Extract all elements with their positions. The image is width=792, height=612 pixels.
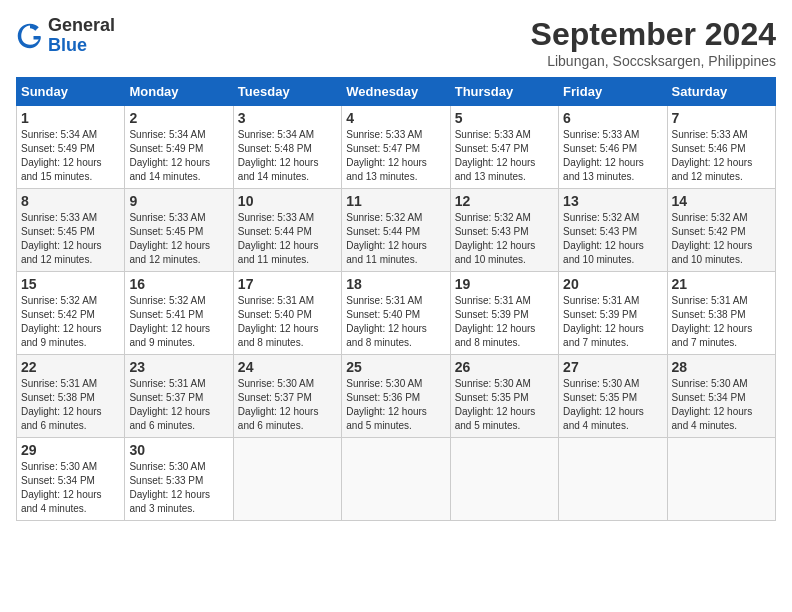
day-number: 21 bbox=[672, 276, 771, 292]
day-number: 25 bbox=[346, 359, 445, 375]
day-number: 5 bbox=[455, 110, 554, 126]
col-saturday: Saturday bbox=[667, 78, 775, 106]
table-row bbox=[233, 438, 341, 521]
day-number: 19 bbox=[455, 276, 554, 292]
day-number: 24 bbox=[238, 359, 337, 375]
day-info: Sunrise: 5:30 AM Sunset: 5:36 PM Dayligh… bbox=[346, 377, 445, 433]
table-row: 15Sunrise: 5:32 AM Sunset: 5:42 PM Dayli… bbox=[17, 272, 125, 355]
day-info: Sunrise: 5:31 AM Sunset: 5:40 PM Dayligh… bbox=[346, 294, 445, 350]
table-row bbox=[559, 438, 667, 521]
table-row: 10Sunrise: 5:33 AM Sunset: 5:44 PM Dayli… bbox=[233, 189, 341, 272]
table-row: 12Sunrise: 5:32 AM Sunset: 5:43 PM Dayli… bbox=[450, 189, 558, 272]
calendar-body: 1Sunrise: 5:34 AM Sunset: 5:49 PM Daylig… bbox=[17, 106, 776, 521]
table-row bbox=[450, 438, 558, 521]
calendar-week-4: 29Sunrise: 5:30 AM Sunset: 5:34 PM Dayli… bbox=[17, 438, 776, 521]
day-info: Sunrise: 5:33 AM Sunset: 5:45 PM Dayligh… bbox=[21, 211, 120, 267]
month-title: September 2024 bbox=[531, 16, 776, 53]
day-number: 29 bbox=[21, 442, 120, 458]
col-wednesday: Wednesday bbox=[342, 78, 450, 106]
logo-blue-text: Blue bbox=[48, 35, 87, 55]
calendar-week-0: 1Sunrise: 5:34 AM Sunset: 5:49 PM Daylig… bbox=[17, 106, 776, 189]
table-row: 22Sunrise: 5:31 AM Sunset: 5:38 PM Dayli… bbox=[17, 355, 125, 438]
day-info: Sunrise: 5:33 AM Sunset: 5:47 PM Dayligh… bbox=[346, 128, 445, 184]
day-number: 13 bbox=[563, 193, 662, 209]
day-info: Sunrise: 5:32 AM Sunset: 5:44 PM Dayligh… bbox=[346, 211, 445, 267]
table-row: 8Sunrise: 5:33 AM Sunset: 5:45 PM Daylig… bbox=[17, 189, 125, 272]
day-number: 17 bbox=[238, 276, 337, 292]
day-number: 9 bbox=[129, 193, 228, 209]
logo-general-text: General bbox=[48, 15, 115, 35]
day-info: Sunrise: 5:30 AM Sunset: 5:37 PM Dayligh… bbox=[238, 377, 337, 433]
table-row: 21Sunrise: 5:31 AM Sunset: 5:38 PM Dayli… bbox=[667, 272, 775, 355]
day-number: 28 bbox=[672, 359, 771, 375]
day-number: 3 bbox=[238, 110, 337, 126]
table-row: 6Sunrise: 5:33 AM Sunset: 5:46 PM Daylig… bbox=[559, 106, 667, 189]
day-number: 18 bbox=[346, 276, 445, 292]
day-info: Sunrise: 5:33 AM Sunset: 5:47 PM Dayligh… bbox=[455, 128, 554, 184]
day-number: 26 bbox=[455, 359, 554, 375]
day-info: Sunrise: 5:31 AM Sunset: 5:38 PM Dayligh… bbox=[21, 377, 120, 433]
day-number: 16 bbox=[129, 276, 228, 292]
day-info: Sunrise: 5:34 AM Sunset: 5:49 PM Dayligh… bbox=[21, 128, 120, 184]
table-row: 25Sunrise: 5:30 AM Sunset: 5:36 PM Dayli… bbox=[342, 355, 450, 438]
day-number: 1 bbox=[21, 110, 120, 126]
day-number: 2 bbox=[129, 110, 228, 126]
day-info: Sunrise: 5:33 AM Sunset: 5:46 PM Dayligh… bbox=[563, 128, 662, 184]
day-number: 27 bbox=[563, 359, 662, 375]
day-number: 14 bbox=[672, 193, 771, 209]
location-text: Libungan, Soccsksargen, Philippines bbox=[531, 53, 776, 69]
col-sunday: Sunday bbox=[17, 78, 125, 106]
day-info: Sunrise: 5:32 AM Sunset: 5:43 PM Dayligh… bbox=[455, 211, 554, 267]
day-info: Sunrise: 5:34 AM Sunset: 5:48 PM Dayligh… bbox=[238, 128, 337, 184]
day-info: Sunrise: 5:32 AM Sunset: 5:42 PM Dayligh… bbox=[672, 211, 771, 267]
table-row: 24Sunrise: 5:30 AM Sunset: 5:37 PM Dayli… bbox=[233, 355, 341, 438]
calendar-week-2: 15Sunrise: 5:32 AM Sunset: 5:42 PM Dayli… bbox=[17, 272, 776, 355]
table-row: 27Sunrise: 5:30 AM Sunset: 5:35 PM Dayli… bbox=[559, 355, 667, 438]
table-row: 23Sunrise: 5:31 AM Sunset: 5:37 PM Dayli… bbox=[125, 355, 233, 438]
day-number: 10 bbox=[238, 193, 337, 209]
day-info: Sunrise: 5:33 AM Sunset: 5:46 PM Dayligh… bbox=[672, 128, 771, 184]
logo: General Blue bbox=[16, 16, 115, 56]
title-block: September 2024 Libungan, Soccsksargen, P… bbox=[531, 16, 776, 69]
day-number: 30 bbox=[129, 442, 228, 458]
table-row: 13Sunrise: 5:32 AM Sunset: 5:43 PM Dayli… bbox=[559, 189, 667, 272]
day-number: 6 bbox=[563, 110, 662, 126]
col-monday: Monday bbox=[125, 78, 233, 106]
table-row: 7Sunrise: 5:33 AM Sunset: 5:46 PM Daylig… bbox=[667, 106, 775, 189]
calendar-table: Sunday Monday Tuesday Wednesday Thursday… bbox=[16, 77, 776, 521]
day-info: Sunrise: 5:31 AM Sunset: 5:38 PM Dayligh… bbox=[672, 294, 771, 350]
table-row: 14Sunrise: 5:32 AM Sunset: 5:42 PM Dayli… bbox=[667, 189, 775, 272]
day-info: Sunrise: 5:31 AM Sunset: 5:39 PM Dayligh… bbox=[455, 294, 554, 350]
table-row: 11Sunrise: 5:32 AM Sunset: 5:44 PM Dayli… bbox=[342, 189, 450, 272]
day-number: 12 bbox=[455, 193, 554, 209]
day-info: Sunrise: 5:33 AM Sunset: 5:45 PM Dayligh… bbox=[129, 211, 228, 267]
day-info: Sunrise: 5:31 AM Sunset: 5:39 PM Dayligh… bbox=[563, 294, 662, 350]
table-row bbox=[342, 438, 450, 521]
table-row: 9Sunrise: 5:33 AM Sunset: 5:45 PM Daylig… bbox=[125, 189, 233, 272]
table-row: 29Sunrise: 5:30 AM Sunset: 5:34 PM Dayli… bbox=[17, 438, 125, 521]
day-info: Sunrise: 5:34 AM Sunset: 5:49 PM Dayligh… bbox=[129, 128, 228, 184]
day-number: 4 bbox=[346, 110, 445, 126]
day-info: Sunrise: 5:32 AM Sunset: 5:42 PM Dayligh… bbox=[21, 294, 120, 350]
table-row: 30Sunrise: 5:30 AM Sunset: 5:33 PM Dayli… bbox=[125, 438, 233, 521]
table-row: 5Sunrise: 5:33 AM Sunset: 5:47 PM Daylig… bbox=[450, 106, 558, 189]
table-row: 2Sunrise: 5:34 AM Sunset: 5:49 PM Daylig… bbox=[125, 106, 233, 189]
day-info: Sunrise: 5:32 AM Sunset: 5:41 PM Dayligh… bbox=[129, 294, 228, 350]
col-thursday: Thursday bbox=[450, 78, 558, 106]
day-info: Sunrise: 5:31 AM Sunset: 5:37 PM Dayligh… bbox=[129, 377, 228, 433]
day-number: 20 bbox=[563, 276, 662, 292]
table-row: 16Sunrise: 5:32 AM Sunset: 5:41 PM Dayli… bbox=[125, 272, 233, 355]
calendar-header: Sunday Monday Tuesday Wednesday Thursday… bbox=[17, 78, 776, 106]
header-row: Sunday Monday Tuesday Wednesday Thursday… bbox=[17, 78, 776, 106]
day-info: Sunrise: 5:32 AM Sunset: 5:43 PM Dayligh… bbox=[563, 211, 662, 267]
day-info: Sunrise: 5:30 AM Sunset: 5:33 PM Dayligh… bbox=[129, 460, 228, 516]
table-row: 3Sunrise: 5:34 AM Sunset: 5:48 PM Daylig… bbox=[233, 106, 341, 189]
day-number: 22 bbox=[21, 359, 120, 375]
table-row: 18Sunrise: 5:31 AM Sunset: 5:40 PM Dayli… bbox=[342, 272, 450, 355]
day-number: 15 bbox=[21, 276, 120, 292]
calendar-week-3: 22Sunrise: 5:31 AM Sunset: 5:38 PM Dayli… bbox=[17, 355, 776, 438]
table-row: 28Sunrise: 5:30 AM Sunset: 5:34 PM Dayli… bbox=[667, 355, 775, 438]
day-number: 23 bbox=[129, 359, 228, 375]
day-info: Sunrise: 5:30 AM Sunset: 5:35 PM Dayligh… bbox=[455, 377, 554, 433]
day-info: Sunrise: 5:33 AM Sunset: 5:44 PM Dayligh… bbox=[238, 211, 337, 267]
